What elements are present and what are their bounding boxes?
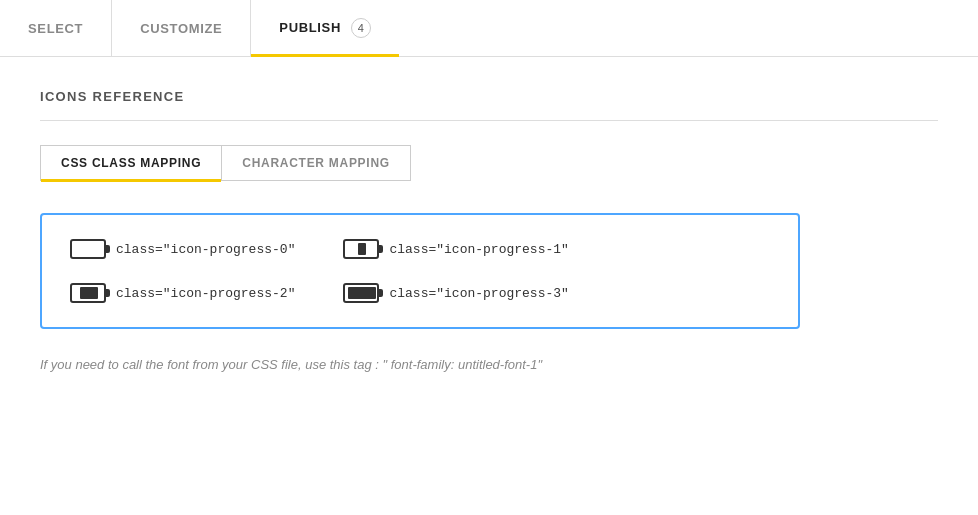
icon-label-3: class="icon-progress-3": [389, 286, 568, 301]
icon-label-1: class="icon-progress-1": [389, 242, 568, 257]
section-title: ICONS REFERENCE: [40, 89, 938, 104]
footer-note: If you need to call the font from your C…: [40, 357, 938, 372]
icon-label-0: class="icon-progress-0": [116, 242, 295, 257]
tab-publish-label: PUBLISH: [279, 20, 341, 35]
icon-item-3: class="icon-progress-3": [343, 283, 568, 303]
tab-customize[interactable]: CUSTOMIZE: [112, 0, 251, 56]
icon-item-1: class="icon-progress-1": [343, 239, 568, 259]
sub-tab-character-mapping[interactable]: CHARACTER MAPPING: [221, 145, 411, 181]
battery-icon-3: [343, 283, 379, 303]
icon-item-0: class="icon-progress-0": [70, 239, 295, 259]
tab-publish[interactable]: PUBLISH 4: [251, 0, 399, 56]
main-content: ICONS REFERENCE CSS CLASS MAPPING CHARAC…: [0, 57, 978, 404]
tab-select[interactable]: SELECT: [0, 0, 112, 56]
icon-grid: class="icon-progress-0" class="icon-prog…: [70, 239, 770, 303]
battery-icon-0: [70, 239, 106, 259]
tab-publish-badge: 4: [351, 18, 371, 38]
battery-icon-2: [70, 283, 106, 303]
icon-item-2: class="icon-progress-2": [70, 283, 295, 303]
icon-label-2: class="icon-progress-2": [116, 286, 295, 301]
sub-tab-css-class-mapping[interactable]: CSS CLASS MAPPING: [40, 145, 221, 181]
tab-bar: SELECT CUSTOMIZE PUBLISH 4: [0, 0, 978, 57]
icon-grid-container: class="icon-progress-0" class="icon-prog…: [40, 213, 800, 329]
section-divider: [40, 120, 938, 121]
sub-tab-bar: CSS CLASS MAPPING CHARACTER MAPPING: [40, 145, 938, 181]
battery-icon-1: [343, 239, 379, 259]
